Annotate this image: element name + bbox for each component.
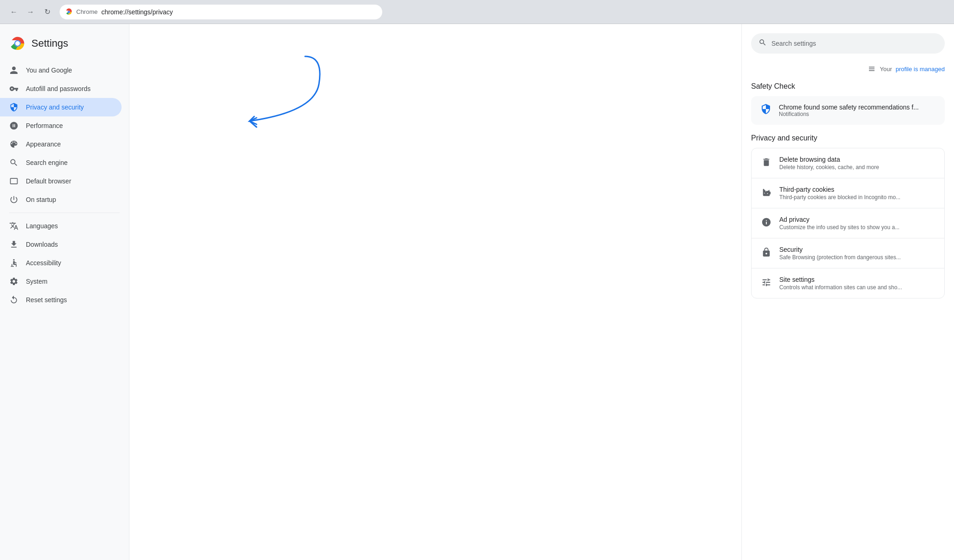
cookie-icon xyxy=(761,187,772,198)
sidebar-item-label: Reset settings xyxy=(26,296,67,304)
privacy-security-card: Delete browsing data Delete history, coo… xyxy=(751,148,945,298)
security-item[interactable]: Security Safe Browsing (protection from … xyxy=(752,238,944,268)
site-settings-text: Site settings Controls what information … xyxy=(779,276,935,291)
delete-browsing-data-desc: Delete history, cookies, cache, and more xyxy=(779,164,935,170)
power-icon xyxy=(9,195,18,204)
browser-name: Chrome xyxy=(76,8,98,15)
sidebar-item-label: Accessibility xyxy=(26,259,61,267)
sidebar-item-label: Downloads xyxy=(26,241,58,248)
sidebar-item-downloads[interactable]: Downloads xyxy=(0,235,122,254)
site-settings-desc: Controls what information sites can use … xyxy=(779,284,935,291)
svg-point-0 xyxy=(67,11,70,13)
sidebar-item-privacy-security[interactable]: Privacy and security xyxy=(0,98,122,116)
sidebar-item-label: Privacy and security xyxy=(26,103,84,111)
security-title: Security xyxy=(779,246,935,253)
sidebar-item-label: System xyxy=(26,278,48,285)
accessibility-icon xyxy=(9,258,18,268)
svg-point-2 xyxy=(15,41,20,46)
search-placeholder-text: Search settings xyxy=(771,40,816,47)
safety-card-text: Chrome found some safety recommendations… xyxy=(779,103,919,117)
browser-icon xyxy=(9,177,18,186)
main-content xyxy=(129,24,741,560)
safety-shield-icon xyxy=(760,103,771,117)
sidebar-item-reset-settings[interactable]: Reset settings xyxy=(0,291,122,309)
sidebar-item-label: Default browser xyxy=(26,177,71,185)
settings-title: Settings xyxy=(31,37,68,49)
sidebar-item-autofill[interactable]: Autofill and passwords xyxy=(0,79,122,98)
sidebar-item-on-startup[interactable]: On startup xyxy=(0,190,122,209)
third-party-cookies-desc: Third-party cookies are blocked in Incog… xyxy=(779,194,935,201)
translate-icon xyxy=(9,221,18,231)
third-party-cookies-title: Third-party cookies xyxy=(779,186,935,193)
sidebar-item-accessibility[interactable]: Accessibility xyxy=(0,254,122,272)
address-bar[interactable]: Chrome chrome://settings/privacy xyxy=(59,4,383,20)
ad-privacy-item[interactable]: Ad privacy Customize the info used by si… xyxy=(752,208,944,238)
sidebar-item-system[interactable]: System xyxy=(0,272,122,291)
security-desc: Safe Browsing (protection from dangerous… xyxy=(779,254,935,261)
browser-chrome: ← → ↻ Chrome chrome://settings/privacy xyxy=(0,0,954,24)
nav-buttons: ← → ↻ xyxy=(7,6,54,18)
palette-icon xyxy=(9,140,18,149)
safety-card-title: Chrome found some safety recommendations… xyxy=(779,103,919,111)
sidebar-item-you-and-google[interactable]: You and Google xyxy=(0,61,122,79)
sidebar-divider xyxy=(9,213,120,213)
reload-button[interactable]: ↻ xyxy=(41,6,54,18)
sidebar-item-search-engine[interactable]: Search engine xyxy=(0,153,122,172)
delete-browsing-data-title: Delete browsing data xyxy=(779,156,935,163)
sidebar-item-label: You and Google xyxy=(26,67,72,74)
ad-privacy-text: Ad privacy Customize the info used by si… xyxy=(779,216,935,231)
sidebar-item-languages[interactable]: Languages xyxy=(0,217,122,235)
sidebar-item-default-browser[interactable]: Default browser xyxy=(0,172,122,190)
delete-browsing-data-item[interactable]: Delete browsing data Delete history, coo… xyxy=(752,148,944,178)
sidebar: Settings You and Google Autofill and pas… xyxy=(0,24,129,560)
forward-button[interactable]: → xyxy=(24,6,37,18)
delete-browsing-data-text: Delete browsing data Delete history, coo… xyxy=(779,156,935,170)
site-settings-title: Site settings xyxy=(779,276,935,283)
security-text: Security Safe Browsing (protection from … xyxy=(779,246,935,261)
grid-icon xyxy=(868,65,876,73)
arrow-annotation xyxy=(176,47,337,149)
download-icon xyxy=(9,240,18,249)
ad-privacy-desc: Customize the info used by sites to show… xyxy=(779,224,935,231)
lock-icon xyxy=(761,247,772,258)
sidebar-header: Settings xyxy=(0,31,129,61)
chrome-icon xyxy=(65,8,73,16)
right-panel: Search settings Your profile is managed … xyxy=(741,24,954,560)
safety-card-subtitle: Notifications xyxy=(779,111,919,117)
ad-privacy-title: Ad privacy xyxy=(779,216,935,223)
trash-icon xyxy=(761,157,772,168)
sidebar-item-label: Autofill and passwords xyxy=(26,85,91,92)
system-icon xyxy=(9,277,18,286)
safety-check-title: Safety Check xyxy=(751,82,945,91)
profile-link[interactable]: profile is managed xyxy=(896,66,945,73)
shield-icon xyxy=(9,103,18,112)
sidebar-item-appearance[interactable]: Appearance xyxy=(0,135,122,153)
site-settings-item[interactable]: Site settings Controls what information … xyxy=(752,268,944,298)
sidebar-item-performance[interactable]: Performance xyxy=(0,116,122,135)
third-party-cookies-text: Third-party cookies Third-party cookies … xyxy=(779,186,935,201)
tune-icon xyxy=(761,277,772,288)
privacy-security-section-title: Privacy and security xyxy=(751,134,945,142)
profile-bar: Your profile is managed xyxy=(751,65,945,73)
search-icon xyxy=(758,38,767,49)
sidebar-item-label: On startup xyxy=(26,196,56,203)
key-icon xyxy=(9,84,18,93)
ad-privacy-icon xyxy=(761,217,772,228)
third-party-cookies-item[interactable]: Third-party cookies Third-party cookies … xyxy=(752,178,944,208)
svg-point-3 xyxy=(13,259,14,261)
search-settings-bar[interactable]: Search settings xyxy=(751,33,945,54)
page: Settings You and Google Autofill and pas… xyxy=(0,24,954,560)
back-button[interactable]: ← xyxy=(7,6,20,18)
chrome-logo-icon xyxy=(9,35,26,52)
speed-icon xyxy=(9,121,18,130)
safety-check-card[interactable]: Chrome found some safety recommendations… xyxy=(751,96,945,125)
sidebar-item-label: Appearance xyxy=(26,140,61,148)
search-icon xyxy=(9,158,18,167)
profile-text: Your xyxy=(880,66,892,73)
sidebar-item-label: Languages xyxy=(26,222,58,230)
refresh-icon xyxy=(9,295,18,304)
sidebar-item-label: Search engine xyxy=(26,159,67,166)
sidebar-item-label: Performance xyxy=(26,122,63,129)
person-icon xyxy=(9,66,18,75)
url-text: chrome://settings/privacy xyxy=(101,8,173,16)
